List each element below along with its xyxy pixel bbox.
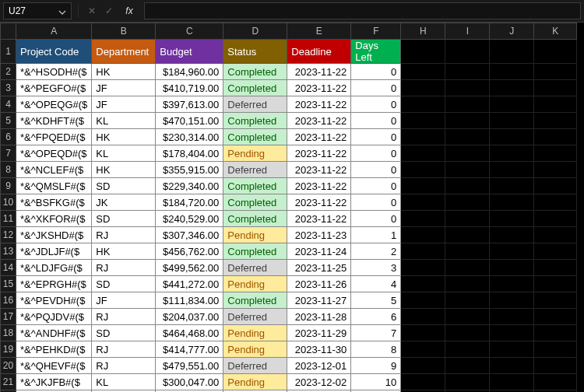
col-header-H[interactable]: H xyxy=(401,23,445,40)
empty-cell[interactable] xyxy=(534,325,577,341)
empty-cell[interactable] xyxy=(401,309,445,325)
empty-cell[interactable] xyxy=(534,309,577,325)
cell-B17[interactable]: RJ xyxy=(92,309,156,325)
empty-cell[interactable] xyxy=(401,129,445,145)
row-header[interactable]: 20 xyxy=(1,358,16,374)
empty-cell[interactable] xyxy=(445,374,490,390)
cell-D14[interactable]: Deferred xyxy=(223,260,287,276)
empty-cell[interactable] xyxy=(401,96,445,113)
row-header[interactable]: 1 xyxy=(1,40,16,64)
cell-D15[interactable]: Pending xyxy=(223,276,287,292)
cell-F4[interactable]: 0 xyxy=(351,96,401,113)
empty-cell[interactable] xyxy=(490,227,534,243)
row-header[interactable]: 21 xyxy=(1,374,16,390)
empty-cell[interactable] xyxy=(401,325,445,341)
cell-D7[interactable]: Pending xyxy=(223,145,287,162)
empty-cell[interactable] xyxy=(445,194,490,211)
header-F[interactable]: Days Left xyxy=(351,40,401,64)
empty-cell[interactable] xyxy=(534,113,577,129)
empty-cell[interactable] xyxy=(401,145,445,162)
empty-cell[interactable] xyxy=(490,260,534,276)
empty-cell[interactable] xyxy=(490,129,534,145)
cell-B13[interactable]: HK xyxy=(92,243,156,260)
row-header[interactable]: 19 xyxy=(1,341,16,358)
cell-F17[interactable]: 6 xyxy=(351,309,401,325)
cell-C3[interactable]: $410,719.00 xyxy=(156,80,223,96)
cell-E15[interactable]: 2023-11-26 xyxy=(287,276,351,292)
row-header[interactable]: 9 xyxy=(1,178,16,194)
empty-cell[interactable] xyxy=(490,113,534,129)
cell-D2[interactable]: Completed xyxy=(223,64,287,80)
header-E[interactable]: Deadline xyxy=(287,40,351,64)
row-header[interactable]: 12 xyxy=(1,227,16,243)
empty-cell[interactable] xyxy=(534,194,577,211)
col-header-A[interactable]: A xyxy=(16,23,92,40)
empty-cell[interactable] xyxy=(534,145,577,162)
cell-C5[interactable]: $470,151.00 xyxy=(156,113,223,129)
cell-C8[interactable]: $355,915.00 xyxy=(156,162,223,178)
empty-cell[interactable] xyxy=(534,292,577,309)
cell-B3[interactable]: JF xyxy=(92,80,156,96)
empty-cell[interactable] xyxy=(490,211,534,227)
empty-cell[interactable] xyxy=(490,341,534,358)
row-header[interactable]: 18 xyxy=(1,325,16,341)
empty-cell[interactable] xyxy=(401,64,445,80)
cell-E10[interactable]: 2023-11-22 xyxy=(287,194,351,211)
empty-cell[interactable] xyxy=(490,358,534,374)
cell-A7[interactable]: *&^OPEQD#($ xyxy=(16,145,92,162)
cell-F3[interactable]: 0 xyxy=(351,80,401,96)
empty-cell[interactable] xyxy=(401,194,445,211)
empty-cell[interactable] xyxy=(490,64,534,80)
cell-F20[interactable]: 9 xyxy=(351,358,401,374)
cell-C14[interactable]: $499,562.00 xyxy=(156,260,223,276)
cell-D3[interactable]: Completed xyxy=(223,80,287,96)
cell-E21[interactable]: 2023-12-02 xyxy=(287,374,351,390)
empty-cell[interactable] xyxy=(490,145,534,162)
empty-cell[interactable] xyxy=(490,374,534,390)
row-header[interactable]: 7 xyxy=(1,145,16,162)
empty-cell[interactable] xyxy=(534,80,577,96)
row-header[interactable]: 2 xyxy=(1,64,16,80)
empty-cell[interactable] xyxy=(534,178,577,194)
cell-E17[interactable]: 2023-11-28 xyxy=(287,309,351,325)
cell-F5[interactable]: 0 xyxy=(351,113,401,129)
cell-E5[interactable]: 2023-11-22 xyxy=(287,113,351,129)
empty-cell[interactable] xyxy=(445,64,490,80)
cell-B10[interactable]: JK xyxy=(92,194,156,211)
cell-C18[interactable]: $464,468.00 xyxy=(156,325,223,341)
empty-cell[interactable] xyxy=(401,341,445,358)
empty-cell[interactable] xyxy=(534,129,577,145)
empty-cell[interactable] xyxy=(534,162,577,178)
header-B[interactable]: Department xyxy=(92,40,156,64)
empty-cell[interactable] xyxy=(490,96,534,113)
cell-C19[interactable]: $414,777.00 xyxy=(156,341,223,358)
empty-cell[interactable] xyxy=(445,96,490,113)
cell-B15[interactable]: SD xyxy=(92,276,156,292)
cell-C12[interactable]: $307,346.00 xyxy=(156,227,223,243)
cell-A5[interactable]: *&^KDHFT#($ xyxy=(16,113,92,129)
cell-E18[interactable]: 2023-11-29 xyxy=(287,325,351,341)
cell-B20[interactable]: RJ xyxy=(92,358,156,374)
cell-E7[interactable]: 2023-11-22 xyxy=(287,145,351,162)
cell-F18[interactable]: 7 xyxy=(351,325,401,341)
cell-F6[interactable]: 0 xyxy=(351,129,401,145)
cell-D8[interactable]: Deferred xyxy=(223,162,287,178)
cancel-formula-icon[interactable]: ✕ xyxy=(85,5,99,16)
cell-D13[interactable]: Completed xyxy=(223,243,287,260)
row-header[interactable]: 10 xyxy=(1,194,16,211)
row-header[interactable]: 4 xyxy=(1,96,16,113)
cell-B18[interactable]: SD xyxy=(92,325,156,341)
cell-A9[interactable]: *&^QMSLF#($ xyxy=(16,178,92,194)
cell-F2[interactable]: 0 xyxy=(351,64,401,80)
empty-cell[interactable] xyxy=(445,80,490,96)
col-header-F[interactable]: F xyxy=(351,23,401,40)
cell-F13[interactable]: 2 xyxy=(351,243,401,260)
cell-F21[interactable]: 10 xyxy=(351,374,401,390)
empty-cell[interactable] xyxy=(401,178,445,194)
cell-A20[interactable]: *&^QHEVF#($ xyxy=(16,358,92,374)
row-header[interactable]: 5 xyxy=(1,113,16,129)
chevron-down-icon[interactable] xyxy=(58,7,66,15)
empty-cell[interactable] xyxy=(534,358,577,374)
accept-formula-icon[interactable]: ✓ xyxy=(102,5,116,16)
cell-B9[interactable]: SD xyxy=(92,178,156,194)
